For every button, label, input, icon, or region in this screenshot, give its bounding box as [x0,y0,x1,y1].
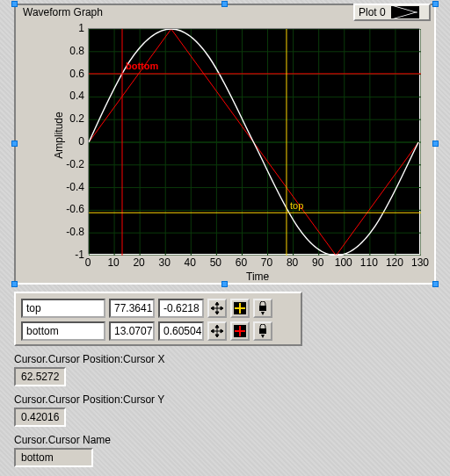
crosshair-yellow-icon [234,302,246,314]
cursor-y-value[interactable]: 0.42016 [14,407,66,427]
svg-marker-46 [215,312,219,314]
cursor-x-label: Cursor.Cursor Position:Cursor X [14,353,164,365]
svg-marker-53 [215,335,219,337]
cursor-x-value[interactable]: 62.5272 [14,367,66,386]
resize-handle-sw[interactable] [11,281,18,287]
cursor-x-block: Cursor.Cursor Position:Cursor X 62.5272 [14,353,164,386]
cursor-lock-button-bottom[interactable]: ▼ [253,321,272,341]
move-cursor-button-bottom[interactable] [207,321,227,341]
resize-handle-ne[interactable] [432,1,439,7]
resize-handle-s[interactable] [221,281,228,287]
chevron-down-icon: ▼ [260,312,266,315]
cursor-lock-button-top[interactable]: ▼ [253,299,272,318]
resize-handle-w[interactable] [11,141,18,147]
cursor-y-field-top[interactable]: -0.6218 [158,299,204,318]
cursor-name-field-top[interactable]: top [21,299,105,318]
resize-handle-se[interactable] [432,281,439,287]
svg-marker-47 [211,307,214,310]
cursor-row-bottom: bottom 13.0707 0.60504 ▼ [21,320,295,343]
legend-swatch-icon [391,6,419,18]
cursor-row-top: top 77.3641 -0.6218 ▼ [21,297,295,320]
svg-marker-48 [221,307,223,310]
cursor-y-block: Cursor.Cursor Position:Cursor Y 0.42016 [14,393,164,427]
x-axis-label: Time [246,270,269,283]
cursor-name-field-bottom[interactable]: bottom [21,321,105,341]
plot-legend[interactable]: Plot 0 [353,4,431,21]
cursor-x-field-top[interactable]: 77.3641 [109,299,155,318]
cursor-name-value[interactable]: bottom [14,448,93,467]
cursor-table-panel: top 77.3641 -0.6218 ▼ bottom 13.0707 0.6… [14,292,302,346]
chevron-down-icon: ▼ [260,335,266,338]
svg-marker-55 [221,329,223,333]
plot-svg: bottom top [89,29,421,256]
y-axis-ticks: 1 0.8 0.6 0.4 0.2 0 -0.2 -0.4 -0.6 -0.8 … [58,28,86,255]
cursor-name-block: Cursor.Cursor Name bottom [14,434,111,467]
x-axis-ticks: 0 10 20 30 40 50 60 70 80 90 100 110 120… [88,256,420,270]
cursor-x-field-bottom[interactable]: 13.0707 [109,321,155,341]
resize-handle-e[interactable] [432,141,439,147]
cursor-style-button-bottom[interactable] [230,321,250,341]
waveform-graph-frame: Waveform Graph Plot 0 Amplitude Time 1 0… [14,4,436,285]
cursor-name-label: Cursor.Cursor Name [14,434,111,446]
svg-marker-45 [215,302,219,305]
cursor-y-field-bottom[interactable]: 0.60504 [158,321,204,341]
cursor-y-label: Cursor.Cursor Position:Cursor Y [14,393,164,406]
crosshair-red-icon [234,325,246,337]
resize-handle-n[interactable] [221,1,228,7]
svg-marker-52 [215,325,219,328]
legend-label: Plot 0 [359,6,386,18]
cursor-style-button-top[interactable] [230,299,250,318]
cursor-label-bottom: bottom [126,61,158,71]
svg-marker-54 [211,329,214,333]
graph-title: Waveform Graph [23,6,103,18]
resize-handle-nw[interactable] [11,1,18,7]
plot-area[interactable]: bottom top [88,28,420,255]
cursor-label-top: top [290,200,303,211]
move-cursor-button-top[interactable] [207,299,227,318]
